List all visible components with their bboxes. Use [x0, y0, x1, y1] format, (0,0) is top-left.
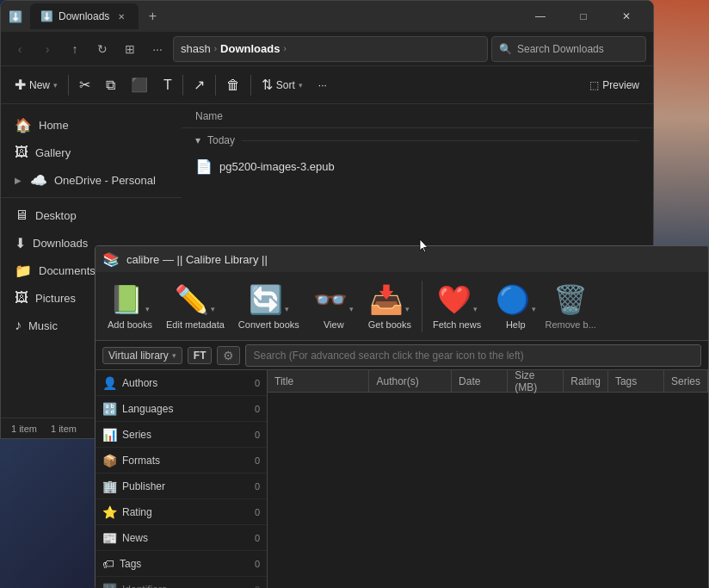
tags-label: Tags [120, 558, 141, 570]
toolbar-separator-2 [182, 75, 183, 96]
path-sep-1: › [214, 44, 217, 53]
calibre-sidebar-identifiers[interactable]: 🔢 Identifiers 0 [96, 577, 267, 588]
back-button[interactable]: ‹ [8, 37, 32, 61]
calibre-sidebar-rating[interactable]: ⭐ Rating 0 [96, 499, 267, 525]
preview-button[interactable]: ⬚ Preview [583, 71, 646, 99]
rename-button[interactable]: T [157, 71, 179, 99]
sort-caret-icon: ▾ [299, 81, 303, 90]
new-button[interactable]: ✚ New ▾ [8, 71, 65, 99]
gear-button[interactable]: ⚙ [217, 346, 240, 365]
new-icon: ✚ [15, 77, 26, 93]
convert-books-button[interactable]: 🔄 ▾ Convert books [233, 279, 305, 333]
convert-books-icon-wrap: 🔄 ▾ [249, 282, 289, 317]
series-column-header[interactable]: Series [664, 370, 708, 392]
path-segment-downloads: Downloads [220, 42, 280, 55]
new-label: New [29, 79, 50, 91]
calibre-search-bar: Virtual library ▾ FT ⚙ [96, 341, 708, 370]
add-books-button[interactable]: 📗 ▾ Add books [102, 279, 157, 333]
calibre-sidebar-languages[interactable]: 🔡 Languages 0 [96, 396, 267, 422]
add-books-icon: 📗 [109, 282, 144, 317]
edit-metadata-button[interactable]: ✏️ ▾ Edit metadata [161, 279, 230, 333]
sidebar-item-home[interactable]: 🏠 Home [4, 111, 178, 139]
ft-button[interactable]: FT [188, 347, 213, 364]
calibre-sidebar-news[interactable]: 📰 News 0 [96, 525, 267, 551]
rating-column-header[interactable]: Rating [564, 370, 608, 392]
up-button[interactable]: ↑ [63, 37, 87, 61]
minimize-button[interactable]: — [521, 4, 560, 28]
forward-button[interactable]: › [35, 37, 59, 61]
fetch-news-icon-wrap: ❤️ ▾ [437, 282, 478, 317]
sidebar-music-label: Music [28, 319, 58, 332]
get-books-button[interactable]: 📥 ▾ Get books [363, 279, 416, 333]
delete-button[interactable]: 🗑 [219, 71, 247, 99]
share-button[interactable]: ↗ [187, 71, 212, 99]
calibre-content: 👤 Authors 0 🔡 Languages 0 📊 Series 0 📦 F… [96, 370, 708, 588]
calibre-sidebar-series[interactable]: 📊 Series 0 [96, 422, 267, 448]
epub-icon: 📄 [195, 158, 213, 175]
new-caret-icon: ▾ [53, 81, 58, 90]
view-icon-wrap: 👓 ▾ [313, 282, 354, 317]
sidebar-item-onedrive[interactable]: ▶ ☁️ OneDrive - Personal [4, 166, 178, 194]
sort-label: Sort [276, 79, 295, 91]
cut-button[interactable]: ✂ [72, 71, 97, 99]
calibre-sidebar-tags[interactable]: 🏷 Tags 0 [96, 551, 267, 577]
sidebar-item-desktop[interactable]: 🖥 Desktop [4, 201, 178, 229]
tab-close-button[interactable]: ✕ [114, 9, 128, 23]
item-count: 1 item [11, 424, 37, 434]
size-column-header[interactable]: Size (MB) [508, 370, 564, 392]
calibre-window: 📚 calibre — || Calibre Library || 📗 ▾ Ad… [95, 245, 709, 588]
paste-button[interactable]: ⬛ [124, 71, 155, 99]
calibre-sidebar-publisher[interactable]: 🏢 Publisher 0 [96, 473, 267, 499]
remove-books-button[interactable]: 🗑️ Remove b... [545, 279, 596, 333]
more-button[interactable]: ··· [311, 71, 334, 99]
sidebar-item-gallery[interactable]: 🖼 Gallery [4, 139, 178, 166]
series-icon: 📊 [102, 428, 117, 442]
close-button[interactable]: ✕ [607, 4, 646, 28]
fetch-news-button[interactable]: ❤️ ▾ Fetch news [428, 279, 486, 333]
view-button[interactable]: 👓 ▾ View [308, 279, 360, 333]
sidebar-downloads-label: Downloads [33, 237, 88, 250]
rating-label: Rating [122, 506, 152, 518]
path-sep-2: › [283, 44, 286, 53]
search-placeholder: Search Downloads [517, 43, 604, 55]
virtual-library-label: Virtual library [108, 350, 169, 362]
search-box[interactable]: 🔍 Search Downloads [491, 36, 646, 62]
refresh-button[interactable]: ↻ [90, 37, 114, 61]
calibre-sidebar-formats[interactable]: 📦 Formats 0 [96, 448, 267, 473]
authors-column-header[interactable]: Author(s) [369, 370, 452, 392]
view-caret-icon: ▾ [349, 305, 354, 313]
book-list-header: Title Author(s) Date Size (MB) Rating Ta… [268, 370, 708, 393]
gear-icon: ⚙ [223, 349, 234, 362]
nav-more-button[interactable]: ··· [145, 37, 170, 61]
new-tab-button[interactable]: + [142, 6, 163, 27]
calibre-sidebar-authors[interactable]: 👤 Authors 0 [96, 370, 267, 396]
formats-label: Formats [122, 455, 160, 467]
sidebar-gallery-label: Gallery [35, 146, 71, 159]
sort-button[interactable]: ⇅ Sort ▾ [255, 71, 310, 99]
sort-icon: ⇅ [262, 77, 273, 93]
calibre-toolbar: 📗 ▾ Add books ✏️ ▾ Edit metadata 🔄 ▾ Con… [96, 272, 708, 341]
calibre-search-input[interactable] [245, 344, 701, 367]
edit-metadata-caret-icon: ▾ [211, 305, 215, 313]
rating-count: 0 [255, 507, 260, 517]
title-column-header[interactable]: Title [268, 370, 369, 392]
get-books-icon: 📥 [369, 282, 404, 317]
fetch-news-label: Fetch news [433, 319, 481, 330]
downloads-tab[interactable]: ⬇️ Downloads ✕ [30, 3, 139, 29]
name-column-header: Name [195, 110, 223, 122]
address-path[interactable]: shash › Downloads › [173, 36, 488, 62]
publisher-icon: 🏢 [102, 480, 117, 493]
file-row[interactable]: 📄 pg5200-images-3.epub [182, 152, 653, 180]
calibre-book-list: Title Author(s) Date Size (MB) Rating Ta… [268, 370, 708, 588]
gallery-icon: 🖼 [15, 145, 28, 160]
help-button[interactable]: 🔵 ▾ Help [490, 279, 541, 333]
virtual-library-button[interactable]: Virtual library ▾ [102, 347, 182, 364]
tags-column-header[interactable]: Tags [608, 370, 664, 392]
maximize-button[interactable]: □ [564, 4, 603, 28]
fetch-news-caret-icon: ▾ [473, 305, 478, 313]
series-label: Series [122, 429, 151, 441]
view-button[interactable]: ⊞ [118, 37, 142, 61]
date-column-header[interactable]: Date [452, 370, 508, 392]
calibre-title-bar: 📚 calibre — || Calibre Library || [96, 246, 708, 272]
copy-button[interactable]: ⧉ [99, 71, 122, 99]
